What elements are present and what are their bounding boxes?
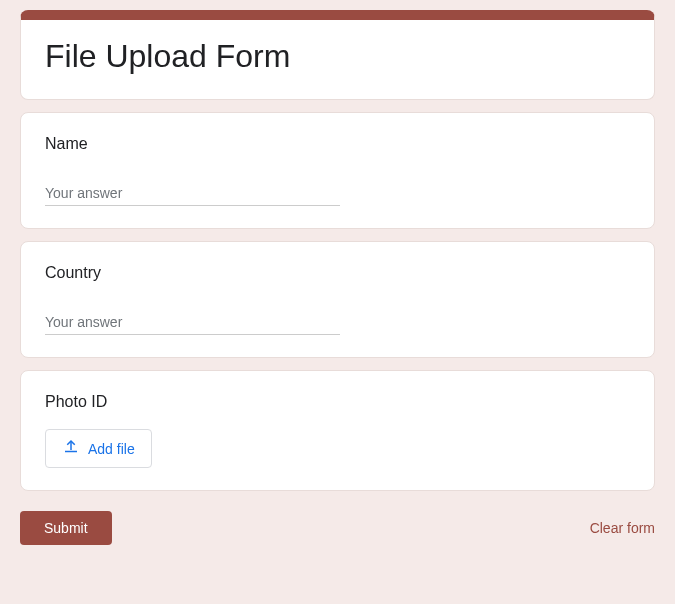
photo-id-label: Photo ID — [45, 393, 630, 411]
question-photo-id: Photo ID Add file — [20, 370, 655, 491]
add-file-label: Add file — [88, 441, 135, 457]
upload-icon — [62, 438, 80, 459]
question-name: Name — [20, 112, 655, 229]
question-country: Country — [20, 241, 655, 358]
name-label: Name — [45, 135, 630, 153]
add-file-button[interactable]: Add file — [45, 429, 152, 468]
name-input[interactable] — [45, 181, 340, 206]
clear-form-link[interactable]: Clear form — [590, 520, 655, 536]
country-input[interactable] — [45, 310, 340, 335]
form-header: File Upload Form — [20, 10, 655, 100]
submit-button[interactable]: Submit — [20, 511, 112, 545]
form-title: File Upload Form — [45, 38, 630, 75]
form-footer: Submit Clear form — [20, 511, 655, 545]
country-label: Country — [45, 264, 630, 282]
